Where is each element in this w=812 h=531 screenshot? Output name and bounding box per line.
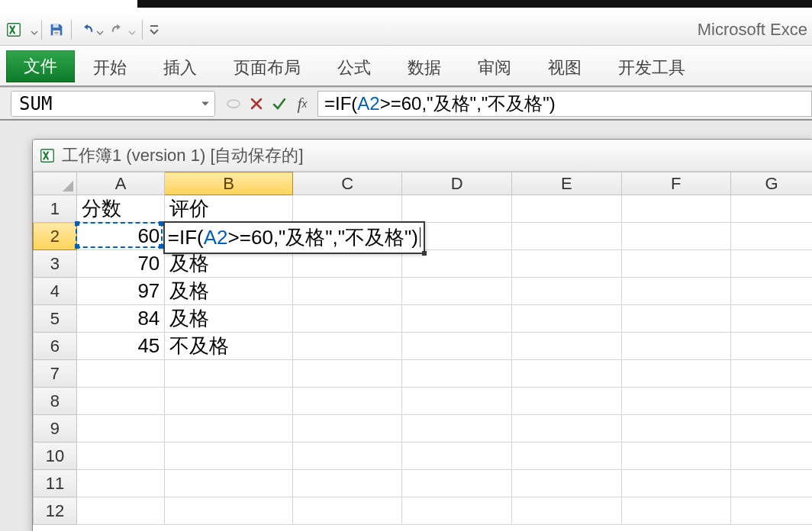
cell-C10[interactable] bbox=[292, 443, 402, 470]
cell-A6[interactable]: 45 bbox=[76, 333, 164, 360]
cell-G2[interactable] bbox=[731, 223, 812, 250]
cell-D5[interactable] bbox=[402, 305, 512, 333]
cell-G5[interactable] bbox=[731, 305, 812, 333]
cell-A4[interactable]: 97 bbox=[76, 278, 164, 305]
cell-F1[interactable] bbox=[621, 195, 731, 223]
cell-G9[interactable] bbox=[731, 415, 812, 443]
row-header-4[interactable]: 4 bbox=[34, 278, 77, 305]
cell-C6[interactable] bbox=[292, 333, 402, 360]
tab-data[interactable]: 数据 bbox=[389, 53, 459, 82]
cell-E4[interactable] bbox=[512, 278, 622, 305]
cell-E2[interactable] bbox=[512, 223, 622, 250]
tab-formulas[interactable]: 公式 bbox=[319, 53, 389, 82]
undo-dropdown-icon[interactable] bbox=[96, 26, 104, 34]
cell-G4[interactable] bbox=[731, 278, 812, 305]
cell-B7[interactable] bbox=[165, 360, 293, 388]
cell-A9[interactable] bbox=[76, 415, 164, 443]
cell-F11[interactable] bbox=[621, 470, 731, 497]
col-header-G[interactable]: G bbox=[731, 172, 812, 195]
cell-E10[interactable] bbox=[512, 443, 622, 470]
cell-E3[interactable] bbox=[512, 250, 622, 278]
cell-F8[interactable] bbox=[621, 388, 731, 415]
cell-F3[interactable] bbox=[621, 250, 731, 278]
row-header-2[interactable]: 2 bbox=[34, 223, 77, 250]
cell-F2[interactable] bbox=[621, 223, 731, 250]
cell-A5[interactable]: 84 bbox=[76, 305, 164, 333]
col-header-A[interactable]: A bbox=[76, 172, 164, 195]
cell-E1[interactable] bbox=[512, 195, 622, 223]
cell-F6[interactable] bbox=[621, 333, 731, 360]
cell-C8[interactable] bbox=[292, 388, 402, 415]
tab-review[interactable]: 审阅 bbox=[459, 53, 530, 82]
cell-C1[interactable] bbox=[292, 195, 402, 223]
cell-D3[interactable] bbox=[402, 250, 512, 278]
cell-G3[interactable] bbox=[731, 250, 812, 278]
cell-B3[interactable]: 及格 bbox=[165, 250, 293, 278]
cell-D11[interactable] bbox=[402, 470, 512, 497]
tab-home[interactable]: 开始 bbox=[75, 53, 145, 82]
row-header-8[interactable]: 8 bbox=[34, 388, 77, 415]
workbook-titlebar[interactable]: 工作簿1 (version 1) [自动保存的] bbox=[33, 140, 812, 172]
cell-C9[interactable] bbox=[292, 415, 402, 443]
insert-function-button[interactable]: fx bbox=[292, 92, 313, 115]
spreadsheet-grid[interactable]: ABCDEFG1分数评价260370及格497及格584及格645不及格7891… bbox=[33, 172, 812, 525]
cell-C7[interactable] bbox=[292, 360, 402, 388]
row-header-9[interactable]: 9 bbox=[34, 415, 77, 443]
row-header-10[interactable]: 10 bbox=[34, 443, 77, 470]
cell-A3[interactable]: 70 bbox=[76, 250, 164, 278]
row-header-6[interactable]: 6 bbox=[34, 333, 77, 360]
save-button[interactable] bbox=[45, 18, 68, 41]
cell-C5[interactable] bbox=[292, 305, 402, 333]
cell-G8[interactable] bbox=[731, 388, 812, 415]
row-header-11[interactable]: 11 bbox=[34, 470, 77, 497]
cell-C12[interactable] bbox=[292, 497, 402, 525]
cell-B11[interactable] bbox=[165, 470, 293, 497]
col-header-B[interactable]: B bbox=[165, 172, 293, 195]
cell-F5[interactable] bbox=[621, 305, 731, 333]
col-header-E[interactable]: E bbox=[512, 172, 622, 195]
row-header-7[interactable]: 7 bbox=[34, 360, 77, 388]
cell-D10[interactable] bbox=[402, 443, 512, 470]
cell-G12[interactable] bbox=[731, 497, 812, 525]
cell-F10[interactable] bbox=[621, 443, 731, 470]
cell-A1[interactable]: 分数 bbox=[76, 195, 164, 223]
tab-file[interactable]: 文件 bbox=[6, 50, 75, 82]
row-header-3[interactable]: 3 bbox=[34, 250, 77, 278]
select-all-corner[interactable] bbox=[34, 172, 77, 195]
cell-B5[interactable]: 及格 bbox=[165, 305, 293, 333]
cell-C11[interactable] bbox=[292, 470, 402, 497]
cell-D9[interactable] bbox=[402, 415, 512, 443]
namebox-dropdown-icon[interactable] bbox=[201, 99, 210, 108]
tab-insert[interactable]: 插入 bbox=[145, 53, 215, 82]
cell-D6[interactable] bbox=[402, 333, 512, 360]
col-header-C[interactable]: C bbox=[292, 172, 402, 195]
cell-G6[interactable] bbox=[731, 333, 812, 360]
cancel-formula-button[interactable] bbox=[246, 92, 267, 115]
app-menu-dropdown-icon[interactable] bbox=[31, 26, 38, 34]
cell-E8[interactable] bbox=[512, 388, 622, 415]
cell-G10[interactable] bbox=[731, 443, 812, 470]
cell-D8[interactable] bbox=[402, 388, 512, 415]
cell-G7[interactable] bbox=[731, 360, 812, 388]
tab-view[interactable]: 视图 bbox=[530, 53, 600, 82]
cell-G11[interactable] bbox=[731, 470, 812, 497]
cell-B12[interactable] bbox=[165, 497, 293, 525]
cell-G1[interactable] bbox=[731, 195, 812, 223]
cell-E12[interactable] bbox=[512, 497, 622, 525]
cell-F7[interactable] bbox=[621, 360, 731, 388]
tab-pagelayout[interactable]: 页面布局 bbox=[215, 53, 319, 82]
cell-editor[interactable]: =IF(A2>=60,"及格","不及格") bbox=[163, 221, 425, 254]
cell-B9[interactable] bbox=[165, 415, 293, 443]
formula-input[interactable]: =IF(A2>=60,"及格","不及格") bbox=[317, 91, 812, 117]
cell-E11[interactable] bbox=[512, 470, 622, 497]
cell-A8[interactable] bbox=[76, 388, 164, 415]
cell-D4[interactable] bbox=[402, 278, 512, 305]
cell-F9[interactable] bbox=[621, 415, 731, 443]
cell-B6[interactable]: 不及格 bbox=[165, 333, 293, 360]
name-box[interactable]: SUM bbox=[11, 91, 215, 117]
cell-A2[interactable]: 60 bbox=[76, 223, 164, 250]
col-header-F[interactable]: F bbox=[621, 172, 731, 195]
redo-button[interactable] bbox=[107, 20, 139, 40]
tab-developer[interactable]: 开发工具 bbox=[600, 53, 704, 82]
cell-E9[interactable] bbox=[512, 415, 622, 443]
